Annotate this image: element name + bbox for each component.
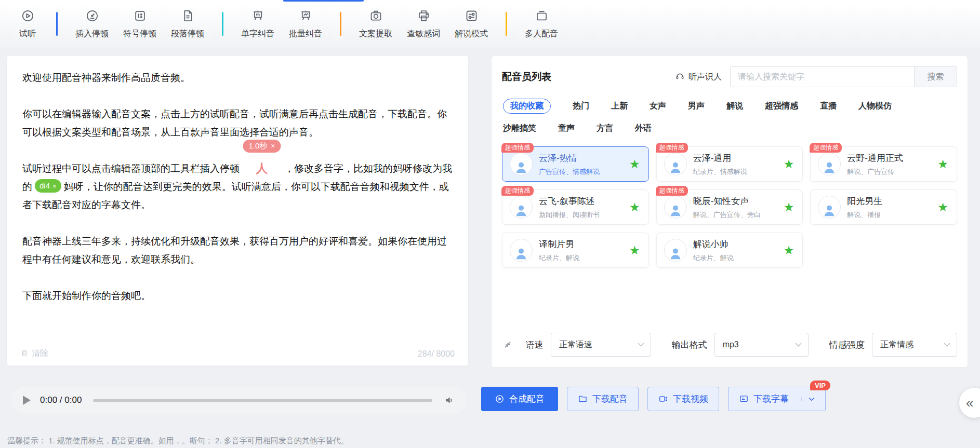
sliders-icon	[465, 9, 479, 25]
chevron-down-icon	[795, 343, 802, 347]
collapse-panel-icon[interactable]	[502, 339, 513, 350]
avatar	[664, 239, 687, 262]
favorite-star-icon[interactable]: ★	[629, 245, 640, 256]
headset-icon	[675, 71, 685, 83]
toolbar-item-multi-voice[interactable]: 多人配音	[521, 9, 562, 39]
toolbar-item-insert-pause[interactable]: 插入停顿	[71, 9, 113, 39]
toolbar-item-audition[interactable]: 试听	[12, 9, 43, 39]
download-audio-button[interactable]: 下载配音	[567, 387, 639, 411]
voice-identify-button[interactable]: 听声识人	[675, 71, 722, 83]
pinyin-tag[interactable]: di4×	[35, 179, 61, 193]
search-input[interactable]	[731, 67, 914, 87]
voice-card[interactable]: 超强情感 云泽-通用 纪录片、情感解说 ★	[656, 146, 803, 182]
tab-hot[interactable]: 热门	[573, 101, 589, 112]
emotion-select[interactable]: 正常情感	[872, 333, 957, 357]
favorite-star-icon[interactable]: ★	[937, 201, 948, 213]
avatar	[818, 153, 841, 175]
toolbar-item-copy-extract[interactable]: 文案提取	[355, 9, 396, 39]
toolbar-item-symbol-pause[interactable]: 符号停顿	[119, 9, 161, 39]
top-toolbar: 试听 插入停顿 符号停顿 段落停顿 单字纠音 批量纠音 文案提取 查敏感词 解说…	[0, 0, 980, 48]
tab-live[interactable]: 直播	[820, 101, 837, 112]
avatar	[510, 153, 533, 175]
panel-title: 配音员列表	[502, 70, 551, 84]
emotion-badge: 超强情感	[810, 143, 842, 153]
voice-info: 晓辰-知性女声 解说、广告宣传、旁白	[693, 195, 779, 220]
favorite-star-icon[interactable]: ★	[784, 245, 794, 256]
tab-child[interactable]: 童声	[558, 123, 575, 134]
avatar	[664, 196, 687, 219]
subtitle-dropdown-chevron[interactable]	[801, 397, 815, 401]
play-circle-icon	[21, 9, 35, 25]
script-editor[interactable]: 欢迎使用配音神器来制作高品质音频。 你可以在编辑器输入配音文案，点击上方的试听配…	[7, 56, 468, 305]
chevron-down-icon	[638, 343, 644, 347]
voice-tags: 解说、广告宣传	[847, 167, 933, 177]
footer-hint: 温馨提示： 1. 规范使用标点，配音更准确。如用，。断句； 2. 多音字可用相同…	[7, 436, 349, 446]
pause-duration-tag[interactable]: 1.0秒×	[243, 140, 281, 153]
volume-icon[interactable]	[444, 395, 455, 406]
favorite-star-icon[interactable]: ★	[784, 158, 794, 170]
pinyin-label: di4	[39, 181, 50, 190]
toolbar-item-label: 文案提取	[359, 29, 392, 39]
favorite-star-icon[interactable]: ★	[629, 158, 640, 170]
voice-card[interactable]: 超强情感 晓辰-知性女声 解说、广告宣传、旁白 ★	[656, 189, 803, 225]
toolbar-item-paragraph-pause[interactable]: 段落停顿	[167, 9, 208, 39]
briefcase-icon	[535, 9, 549, 25]
remove-pinyin-icon[interactable]: ×	[52, 182, 57, 190]
synthesize-button[interactable]: 合成配音	[481, 387, 558, 411]
avatar	[510, 196, 533, 219]
tab-female[interactable]: 女声	[650, 101, 666, 112]
toolbar-item-sensitive-words[interactable]: 查敏感词	[403, 9, 444, 39]
clear-button[interactable]: 清除	[20, 348, 48, 359]
toolbar-item-narration-mode[interactable]: 解说模式	[451, 9, 492, 39]
tab-my-favorites[interactable]: 我的收藏	[503, 99, 551, 114]
player-play-button[interactable]	[23, 396, 31, 405]
download-subtitle-button[interactable]: VIP 下载字幕	[728, 387, 826, 411]
pause-marker[interactable]: 1.0秒×人	[240, 159, 284, 178]
play-circle-icon	[495, 394, 505, 404]
speed-select[interactable]: 正常语速	[551, 333, 651, 357]
voice-card[interactable]: 阳光男生 解说、播报 ★	[810, 189, 957, 225]
toolbar-item-label: 单字纠音	[241, 29, 274, 39]
voice-card[interactable]: 解说小帅 纪录片、解说 ★	[656, 233, 803, 268]
toolbar-item-single-correction[interactable]: 单字纠音	[237, 9, 279, 39]
download-subtitle-label: 下载字幕	[753, 393, 789, 405]
tab-strong-emotion[interactable]: 超强情感	[765, 101, 798, 112]
tab-new[interactable]: 上新	[611, 101, 628, 112]
voice-card[interactable]: 超强情感 云飞-叙事陈述 新闻播报、阅读听书 ★	[502, 189, 649, 225]
download-video-button[interactable]: 下载视频	[647, 387, 719, 411]
emotion-badge: 超强情感	[656, 143, 688, 153]
tab-foreign[interactable]: 外语	[635, 123, 652, 134]
tab-impersonation[interactable]: 人物模仿	[858, 101, 892, 112]
collapse-sidebar-button[interactable]: «	[959, 388, 980, 418]
toolbar-item-label: 解说模式	[455, 29, 488, 39]
player-progress-bar[interactable]	[93, 399, 432, 402]
remove-pause-icon[interactable]: ×	[271, 140, 275, 152]
editor-paragraph: 下面就开始制作你的音频吧。	[22, 287, 453, 305]
favorite-star-icon[interactable]: ★	[937, 158, 948, 170]
editor-paragraph: 配音神器上线三年多来，持续优化和升级配音效果，获得百万用户的好评和喜爱。如果你在…	[22, 232, 453, 268]
format-value: mp3	[723, 340, 739, 349]
voice-card[interactable]: 译制片男 纪录片、解说 ★	[502, 233, 649, 268]
tab-narration[interactable]: 解说	[726, 101, 743, 112]
voice-info: 阳光男生 解说、播报	[847, 195, 933, 220]
voice-card[interactable]: 超强情感 云野-通用正式 解说、广告宣传 ★	[810, 146, 957, 182]
tab-male[interactable]: 男声	[688, 101, 705, 112]
audio-player: 0:00 / 0:00	[11, 387, 467, 414]
voice-name: 云野-通用正式	[847, 152, 933, 164]
output-controls: 语速 正常语速 输出格式 mp3 情感强度 正常情感	[502, 333, 957, 357]
toolbar-divider	[340, 12, 341, 36]
tab-funny[interactable]: 沙雕搞笑	[503, 123, 536, 134]
favorite-star-icon[interactable]: ★	[629, 201, 640, 213]
format-select[interactable]: mp3	[714, 333, 809, 357]
download-video-label: 下载视频	[673, 393, 708, 405]
favorite-star-icon[interactable]: ★	[784, 201, 794, 213]
tab-dialect[interactable]: 方言	[597, 123, 613, 134]
voice-tags: 新闻播报、阅读听书	[539, 210, 625, 220]
voice-name: 解说小帅	[693, 238, 779, 250]
voice-tags: 纪录片、解说	[539, 253, 625, 263]
camera-icon	[369, 9, 383, 25]
voice-info: 云野-通用正式 解说、广告宣传	[847, 152, 933, 177]
toolbar-item-batch-correction[interactable]: 批量纠音	[285, 9, 326, 39]
voice-card[interactable]: 超强情感 云泽-热情 广告宣传、情感解说 ★	[502, 146, 649, 182]
search-button[interactable]: 搜索	[914, 67, 957, 87]
